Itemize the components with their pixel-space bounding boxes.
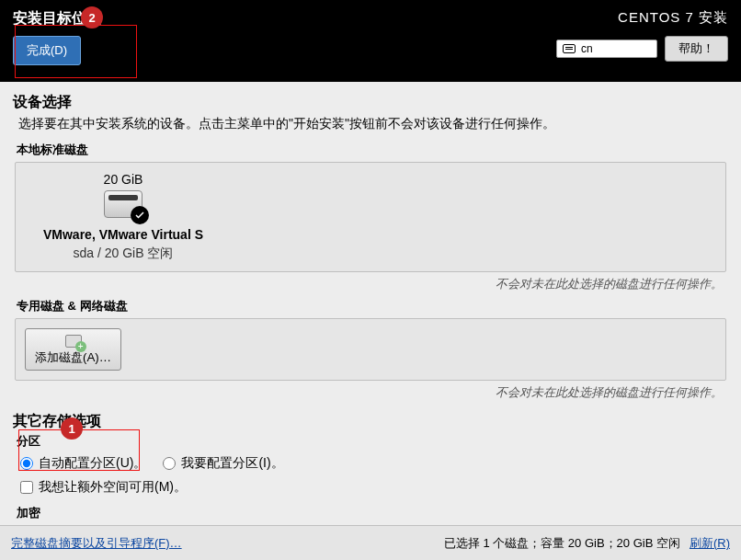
device-selection-heading: 设备选择 — [13, 93, 728, 112]
other-storage-heading: 其它存储选项 — [13, 412, 728, 431]
keyboard-layout-text: cn — [581, 42, 593, 55]
done-button[interactable]: 完成(D) — [13, 36, 81, 65]
harddisk-icon — [104, 190, 142, 218]
disk-summary-link[interactable]: 完整磁盘摘要以及引导程序(F)… — [11, 535, 182, 552]
device-selection-desc: 选择要在其中安装系统的设备。点击主菜单中的"开始安装"按钮前不会对该设备进行任何… — [18, 116, 723, 132]
local-disks-panel: 20 GiB VMware, VMware Virtual S sda / 20… — [15, 162, 726, 272]
top-header: 安装目标位置 完成(D) CENTOS 7 安装 cn 帮助！ — [0, 0, 741, 82]
keyboard-icon — [563, 44, 576, 53]
disk-size: 20 GiB — [104, 172, 143, 187]
check-extra-label: 我想让额外空间可用(M)。 — [39, 479, 187, 496]
local-disks-heading: 本地标准磁盘 — [17, 142, 728, 158]
footer-status: 已选择 1 个磁盘；容量 20 GiB；20 GiB 空闲 — [444, 535, 680, 552]
special-disks-heading: 专用磁盘 & 网络磁盘 — [17, 298, 728, 314]
radio-manual-input[interactable] — [163, 457, 176, 470]
help-button[interactable]: 帮助！ — [665, 36, 728, 62]
special-disks-note: 不会对未在此处选择的磁盘进行任何操作。 — [13, 384, 723, 401]
keyboard-indicator[interactable]: cn — [556, 40, 657, 58]
main-content: 设备选择 选择要在其中安装系统的设备。点击主菜单中的"开始安装"按钮前不会对该设… — [0, 82, 741, 560]
disk-selected-check-icon — [131, 206, 149, 224]
radio-auto-input[interactable] — [20, 457, 33, 470]
radio-manual-partition[interactable]: 我要配置分区(I)。 — [163, 455, 283, 472]
check-extra-input[interactable] — [20, 481, 33, 494]
partition-subheading: 分区 — [17, 433, 724, 450]
disk-tile[interactable]: 20 GiB VMware, VMware Virtual S sda / 20… — [27, 172, 220, 262]
add-disk-label: 添加磁盘(A)… — [35, 349, 111, 366]
special-disks-panel: 添加磁盘(A)… — [15, 318, 726, 381]
local-disks-note: 不会对未在此处选择的磁盘进行任何操作。 — [13, 276, 723, 292]
disk-dev-line: sda / 20 GiB 空闲 — [74, 246, 174, 262]
radio-auto-partition[interactable]: 自动配置分区(U)。 — [20, 455, 146, 472]
add-disk-button[interactable]: 添加磁盘(A)… — [25, 328, 121, 371]
refresh-link[interactable]: 刷新(R) — [690, 535, 730, 552]
check-extra-space[interactable]: 我想让额外空间可用(M)。 — [20, 479, 187, 496]
page-title: 安装目标位置 — [13, 9, 101, 29]
encrypt-subheading: 加密 — [17, 505, 724, 521]
footer-bar: 完整磁盘摘要以及引导程序(F)… 已选择 1 个磁盘；容量 20 GiB；20 … — [0, 525, 741, 560]
radio-manual-label: 我要配置分区(I)。 — [181, 455, 283, 472]
disk-name: VMware, VMware Virtual S — [43, 227, 203, 242]
product-title: CENTOS 7 安装 — [618, 9, 728, 27]
add-disk-icon — [65, 335, 82, 348]
radio-auto-label: 自动配置分区(U)。 — [39, 455, 146, 472]
